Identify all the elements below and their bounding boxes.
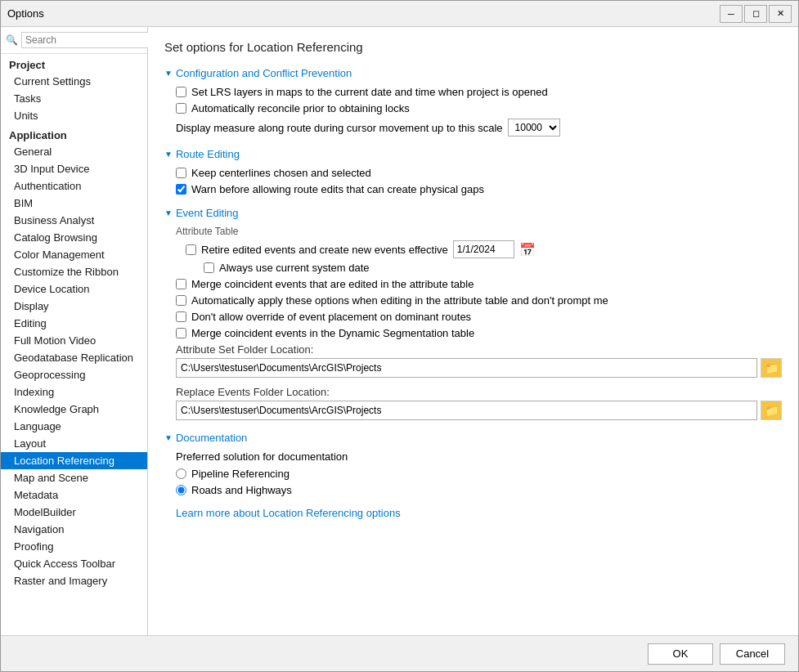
nav-item-layout[interactable]: Layout (1, 435, 147, 452)
nav-item-knowledge-graph[interactable]: Knowledge Graph (1, 401, 147, 418)
nav-item-metadata[interactable]: Metadata (1, 486, 147, 504)
nav-item-full-motion-video[interactable]: Full Motion Video (1, 332, 147, 349)
nav-item-language[interactable]: Language (1, 418, 147, 435)
always-current-date-label: Always use current system date (219, 262, 370, 274)
cb6-checkbox[interactable] (176, 295, 186, 306)
bottom-bar: OK Cancel (1, 635, 798, 671)
nav-item-tasks[interactable]: Tasks (1, 90, 147, 107)
cb8-checkbox[interactable] (176, 328, 186, 338)
search-input[interactable] (21, 32, 152, 48)
cb8-label: Merge coincident events in the Dynamic S… (191, 327, 474, 339)
scale-select[interactable]: 10000 5000 25000 50000 (508, 119, 560, 137)
documentation-section: ▼ Documentation Preferred solution for d… (164, 432, 782, 519)
attr-table-options: Retire edited events and create new even… (176, 240, 782, 274)
documentation-header[interactable]: ▼ Documentation (164, 432, 782, 444)
pipeline-label: Pipeline Referencing (191, 468, 290, 480)
scale-label: Display measure along route during curso… (176, 122, 503, 134)
config-section-title: Configuration and Conflict Prevention (176, 67, 352, 79)
cb4-checkbox[interactable] (176, 184, 186, 195)
cb7-label: Don't allow override of event placement … (191, 311, 471, 323)
minimize-button[interactable]: ─ (720, 5, 743, 23)
calendar-icon[interactable]: 📅 (519, 242, 536, 258)
cb3-checkbox[interactable] (176, 168, 186, 178)
page-title: Set options for Location Referencing (164, 40, 782, 54)
cb3-label: Keep centerlines chosen and selected (191, 167, 371, 179)
main-content: Set options for Location Referencing ▼ C… (148, 27, 798, 635)
nav-item-editing[interactable]: Editing (1, 315, 147, 332)
date-input[interactable] (453, 240, 514, 258)
pipeline-radio[interactable] (176, 468, 186, 479)
nav-item-general[interactable]: General (1, 143, 147, 160)
nav-item-device-location[interactable]: Device Location (1, 280, 147, 298)
pipeline-referencing-row: Pipeline Referencing (176, 468, 782, 480)
retire-events-row: Retire edited events and create new even… (186, 240, 782, 258)
roads-label: Roads and Highways (191, 484, 292, 496)
cb2-label: Automatically reconcile prior to obtaini… (191, 102, 410, 114)
replace-folder-row: Replace Events Folder Location: 📁 (176, 386, 782, 420)
nav-item-3d-input-device[interactable]: 3D Input Device (1, 160, 147, 177)
nav-item-business-analyst[interactable]: Business Analyst (1, 212, 147, 229)
nav-item-catalog-browsing[interactable]: Catalog Browsing (1, 229, 147, 246)
replace-folder-browse-button[interactable]: 📁 (761, 401, 782, 420)
retire-label: Retire edited events and create new even… (201, 244, 448, 256)
roads-radio[interactable] (176, 485, 186, 495)
route-editing-collapse-icon: ▼ (164, 150, 173, 159)
config-section-header[interactable]: ▼ Configuration and Conflict Prevention (164, 67, 782, 79)
nav-item-current-settings[interactable]: Current Settings (1, 73, 147, 90)
cancel-button[interactable]: Cancel (720, 643, 785, 665)
nav-list: Project Current Settings Tasks Units App… (1, 54, 147, 635)
cb4-row: Warn before allowing route edits that ca… (176, 183, 782, 195)
cb8-row: Merge coincident events in the Dynamic S… (176, 327, 782, 339)
maximize-button[interactable]: ◻ (744, 5, 767, 23)
nav-item-customize-the-ribbon[interactable]: Customize the Ribbon (1, 263, 147, 280)
cb7-checkbox[interactable] (176, 311, 186, 322)
cb6-row: Automatically apply these options when e… (176, 294, 782, 307)
cb1-checkbox[interactable] (176, 87, 186, 97)
nav-item-modelbuilder[interactable]: ModelBuilder (1, 504, 147, 521)
cb5-label: Merge coincident events that are edited … (191, 278, 474, 290)
documentation-title: Documentation (176, 432, 247, 444)
learn-more-link[interactable]: Learn more about Location Referencing op… (176, 507, 401, 519)
nav-item-map-and-scene[interactable]: Map and Scene (1, 469, 147, 486)
search-icon: 🔍 (6, 34, 18, 46)
event-editing-collapse-icon: ▼ (164, 208, 173, 217)
cb2-checkbox[interactable] (176, 103, 186, 114)
search-bar: 🔍 ▼ (1, 27, 147, 54)
nav-item-color-management[interactable]: Color Management (1, 246, 147, 263)
title-bar-buttons: ─ ◻ ✕ (720, 5, 792, 23)
route-editing-header[interactable]: ▼ Route Editing (164, 148, 782, 160)
cb7-row: Don't allow override of event placement … (176, 311, 782, 323)
nav-item-location-referencing[interactable]: Location Referencing (1, 452, 147, 469)
close-button[interactable]: ✕ (769, 5, 792, 23)
sidebar: 🔍 ▼ Project Current Settings Tasks Units… (1, 27, 148, 635)
nav-item-geodatabase-replication[interactable]: Geodatabase Replication (1, 349, 147, 366)
config-section: ▼ Configuration and Conflict Prevention … (164, 67, 782, 137)
attr-table-label: Attribute Table (176, 226, 782, 237)
replace-folder-input[interactable] (176, 401, 757, 420)
nav-item-bim[interactable]: BIM (1, 195, 147, 212)
nav-item-units[interactable]: Units (1, 107, 147, 124)
nav-item-authentication[interactable]: Authentication (1, 177, 147, 195)
nav-item-proofing[interactable]: Proofing (1, 538, 147, 555)
nav-item-quick-access-toolbar[interactable]: Quick Access Toolbar (1, 555, 147, 572)
attr-folder-browse-button[interactable]: 📁 (761, 358, 782, 378)
always-current-date-checkbox[interactable] (204, 262, 214, 273)
nav-item-indexing[interactable]: Indexing (1, 383, 147, 401)
cb3-row: Keep centerlines chosen and selected (176, 167, 782, 179)
retire-checkbox[interactable] (186, 244, 196, 255)
project-section-label: Project (1, 54, 147, 73)
event-editing-header[interactable]: ▼ Event Editing (164, 207, 782, 219)
nav-item-raster-and-imagery[interactable]: Raster and Imagery (1, 572, 147, 589)
ok-button[interactable]: OK (648, 643, 713, 665)
route-editing-section: ▼ Route Editing Keep centerlines chosen … (164, 148, 782, 195)
nav-item-navigation[interactable]: Navigation (1, 521, 147, 538)
nav-item-display[interactable]: Display (1, 298, 147, 315)
attr-folder-input[interactable] (176, 358, 757, 378)
cb5-checkbox[interactable] (176, 279, 186, 289)
nav-item-geoprocessing[interactable]: Geoprocessing (1, 366, 147, 383)
route-editing-content: Keep centerlines chosen and selected War… (164, 167, 782, 195)
replace-folder-label: Replace Events Folder Location: (176, 386, 782, 398)
dialog-body: 🔍 ▼ Project Current Settings Tasks Units… (1, 27, 798, 635)
cb1-label: Set LRS layers in maps to the current da… (191, 86, 548, 98)
pref-label: Preferred solution for documentation (176, 450, 782, 463)
